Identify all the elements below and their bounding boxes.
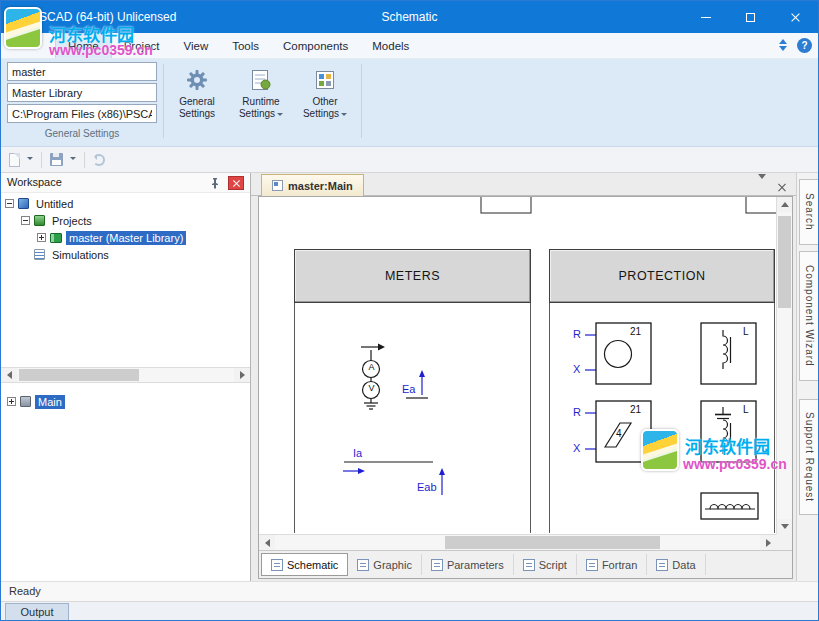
scrollbar-track[interactable] — [777, 212, 792, 519]
tree-item-projects[interactable]: Projects — [1, 212, 250, 229]
workspace-tree: Untitled Projects master (Master Library… — [1, 195, 250, 365]
tree-item-simulations[interactable]: Simulations — [1, 246, 250, 263]
tree-item-master-library[interactable]: master (Master Library) — [1, 229, 250, 246]
menu-tab-home[interactable]: Home — [55, 33, 112, 58]
expand-expander-icon[interactable] — [7, 397, 16, 406]
workspace-secondary-tree: Main — [1, 383, 250, 581]
document-close-button[interactable] — [778, 184, 786, 192]
scroll-left-button[interactable] — [259, 535, 275, 550]
tab-list-button[interactable] — [758, 179, 766, 197]
button-label: Runtime — [242, 96, 279, 107]
app-icon — [9, 9, 25, 25]
scroll-up-button[interactable] — [777, 197, 792, 212]
data-icon — [656, 559, 668, 571]
schematic-canvas[interactable]: METERS PROTECTION A V Ea Ia Eab R X R X … — [259, 197, 776, 534]
ribbon-separator — [361, 64, 362, 138]
canvas-vertical-scrollbar[interactable] — [776, 197, 792, 534]
scrollbar-thumb[interactable] — [778, 216, 791, 308]
scroll-left-button[interactable] — [1, 368, 17, 382]
general-settings-button[interactable]: General Settings — [169, 62, 225, 141]
maximize-icon — [746, 13, 755, 22]
other-settings-icon — [312, 67, 338, 93]
workspace-root-icon — [18, 198, 29, 209]
scrollbar-track[interactable] — [17, 368, 234, 382]
chevron-down-icon[interactable] — [70, 157, 76, 163]
menu-tab-view[interactable]: View — [171, 33, 220, 58]
help-icon[interactable]: ? — [797, 38, 812, 53]
tab-label: Fortran — [602, 559, 637, 571]
library-field[interactable] — [7, 83, 157, 102]
button-label: Settings — [303, 108, 339, 119]
close-button[interactable] — [773, 1, 818, 33]
menu-tab-components[interactable]: Components — [271, 33, 360, 58]
port-label-r: R — [573, 328, 581, 340]
collapse-expander-icon[interactable] — [5, 199, 14, 208]
undo-icon[interactable] — [93, 154, 105, 166]
port-label-x: X — [573, 442, 580, 454]
document-tabstrip: master:Main — [251, 173, 796, 196]
tab-search[interactable]: Search — [799, 179, 819, 245]
tab-parameters[interactable]: Parameters — [422, 554, 514, 575]
relay-label-21: 21 — [630, 404, 641, 415]
workspace-close-button[interactable] — [228, 176, 244, 190]
tab-schematic[interactable]: Schematic — [261, 553, 348, 576]
gear-icon — [184, 67, 210, 93]
library-icon — [50, 233, 62, 243]
workspace-horizontal-scrollbar[interactable] — [1, 367, 250, 383]
minimize-icon — [701, 17, 711, 18]
tab-script[interactable]: Script — [514, 554, 577, 575]
menu-tab-models[interactable]: Models — [360, 33, 421, 58]
workspace-header: Workspace — [1, 173, 250, 193]
project-name-input[interactable] — [7, 62, 157, 81]
new-project-icon[interactable] — [9, 153, 20, 167]
scrollbar-thumb[interactable] — [19, 369, 139, 381]
port-label-r: R — [573, 406, 581, 418]
tree-item-main[interactable]: Main — [1, 393, 250, 410]
output-tab[interactable]: Output — [5, 603, 69, 621]
document-tab-master-main[interactable]: master:Main — [261, 174, 364, 196]
schematic-icon — [271, 559, 283, 571]
install-path-field[interactable] — [7, 104, 157, 123]
collapse-ribbon-icon[interactable] — [777, 37, 789, 53]
quick-access-toolbar — [1, 147, 818, 173]
tree-item-label: Projects — [49, 214, 95, 228]
minimize-button[interactable] — [683, 1, 728, 33]
tree-item-untitled[interactable]: Untitled — [1, 195, 250, 212]
tab-label: Graphic — [373, 559, 412, 571]
tab-component-wizard[interactable]: Component Wizard — [799, 251, 819, 381]
scroll-right-button[interactable] — [234, 368, 250, 382]
chevron-down-icon[interactable] — [27, 157, 33, 163]
scrollbar-track[interactable] — [275, 535, 760, 550]
right-panel-rail: Search Component Wizard Support Request — [796, 173, 819, 581]
tab-graphic[interactable]: Graphic — [348, 554, 422, 575]
scroll-right-button[interactable] — [760, 535, 776, 550]
protection-section-header[interactable]: PROTECTION — [549, 249, 775, 303]
collapse-expander-icon[interactable] — [21, 216, 30, 225]
other-settings-button[interactable]: Other Settings — [297, 62, 353, 141]
close-icon — [233, 180, 240, 187]
maximize-button[interactable] — [728, 1, 773, 33]
canvas-horizontal-scrollbar[interactable] — [259, 534, 776, 550]
document-frame: METERS PROTECTION A V Ea Ia Eab R X R X … — [258, 196, 793, 579]
tab-support-request[interactable]: Support Request — [799, 399, 819, 515]
runtime-settings-button[interactable]: Runtime Settings — [233, 62, 289, 141]
chevron-down-icon — [277, 113, 283, 119]
signal-label-ea: Ea — [402, 383, 415, 395]
pin-icon[interactable] — [208, 176, 222, 190]
window-controls — [683, 1, 818, 33]
ribbon-group-label: General Settings — [7, 128, 157, 139]
tab-fortran[interactable]: Fortran — [577, 554, 647, 575]
port-label-x: X — [573, 363, 580, 375]
expand-expander-icon[interactable] — [37, 233, 46, 242]
tab-data[interactable]: Data — [647, 554, 705, 575]
relay-label-21: 21 — [630, 326, 641, 337]
menu-tab-tools[interactable]: Tools — [220, 33, 271, 58]
runtime-settings-icon — [248, 67, 274, 93]
meters-section-header[interactable]: METERS — [294, 249, 531, 303]
save-icon[interactable] — [50, 153, 63, 166]
menu-tab-project[interactable]: Project — [112, 33, 172, 58]
signal-label-ia: Ia — [353, 447, 362, 459]
scrollbar-thumb[interactable] — [445, 536, 660, 549]
status-text: Ready — [9, 585, 41, 597]
scroll-down-button[interactable] — [777, 519, 792, 534]
